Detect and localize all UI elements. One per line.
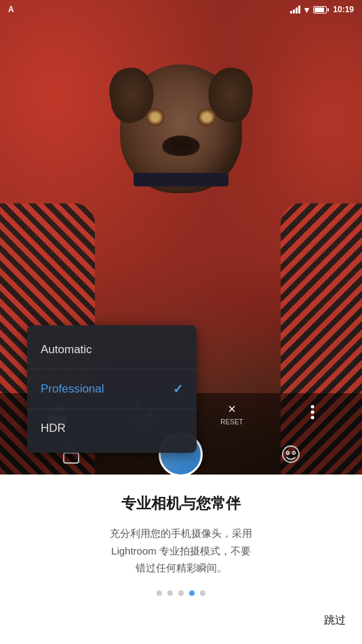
dot-1 bbox=[157, 590, 162, 596]
dropdown-item-professional[interactable]: Professional ✓ bbox=[27, 369, 197, 409]
dropdown-label-automatic: Automatic bbox=[41, 343, 92, 357]
status-time: 10:19 bbox=[333, 5, 354, 14]
page-dots bbox=[157, 590, 205, 596]
dot-4-active bbox=[189, 590, 195, 596]
dog-head bbox=[120, 64, 242, 193]
dot-5 bbox=[200, 590, 205, 596]
dot-2 bbox=[167, 590, 173, 596]
dog-face bbox=[113, 64, 249, 214]
reset-label: RESET bbox=[220, 418, 243, 426]
app-icon: A bbox=[8, 5, 14, 14]
svg-rect-3 bbox=[64, 453, 79, 463]
svg-point-6 bbox=[293, 451, 296, 454]
face-detect-button[interactable] bbox=[277, 441, 304, 468]
dropdown-item-hdr[interactable]: HDR bbox=[27, 409, 197, 447]
svg-point-1 bbox=[311, 410, 315, 414]
screen: A ▾ 10:1 bbox=[0, 0, 362, 644]
status-bar: A ▾ 10:1 bbox=[0, 0, 362, 19]
dog-nose bbox=[163, 136, 200, 156]
dog-eye-right bbox=[197, 108, 216, 126]
shooting-mode-dropdown: Automatic Professional ✓ HDR bbox=[27, 325, 197, 453]
svg-point-2 bbox=[311, 416, 315, 419]
dropdown-label-hdr: HDR bbox=[41, 422, 66, 435]
dropdown-item-automatic[interactable]: Automatic bbox=[27, 331, 197, 369]
dog-collar bbox=[134, 173, 228, 186]
info-description: 充分利用您的手机摄像头，采用Lightroom 专业拍摄模式，不要错过任何精彩瞬… bbox=[110, 525, 252, 577]
camera-viewfinder: A ▾ 10:1 bbox=[0, 0, 362, 475]
svg-point-5 bbox=[287, 451, 289, 454]
dropdown-label-professional: Professional bbox=[41, 382, 104, 396]
dog-eye-left bbox=[146, 108, 165, 126]
more-options-button[interactable] bbox=[310, 405, 315, 423]
dot-3 bbox=[178, 590, 184, 596]
wifi-icon: ▾ bbox=[304, 5, 309, 15]
svg-point-0 bbox=[311, 405, 315, 408]
skip-button[interactable]: 跳过 bbox=[324, 613, 346, 628]
signal-icon bbox=[290, 5, 300, 14]
info-section: 专业相机与您常伴 充分利用您的手机摄像头，采用Lightroom 专业拍摄模式，… bbox=[0, 475, 362, 644]
battery-icon bbox=[313, 6, 329, 14]
close-icon: × bbox=[228, 401, 236, 417]
reset-button[interactable]: × RESET bbox=[220, 401, 243, 426]
info-title: 专业相机与您常伴 bbox=[121, 494, 241, 514]
status-bar-right: ▾ 10:19 bbox=[290, 5, 354, 15]
check-icon: ✓ bbox=[173, 382, 183, 397]
